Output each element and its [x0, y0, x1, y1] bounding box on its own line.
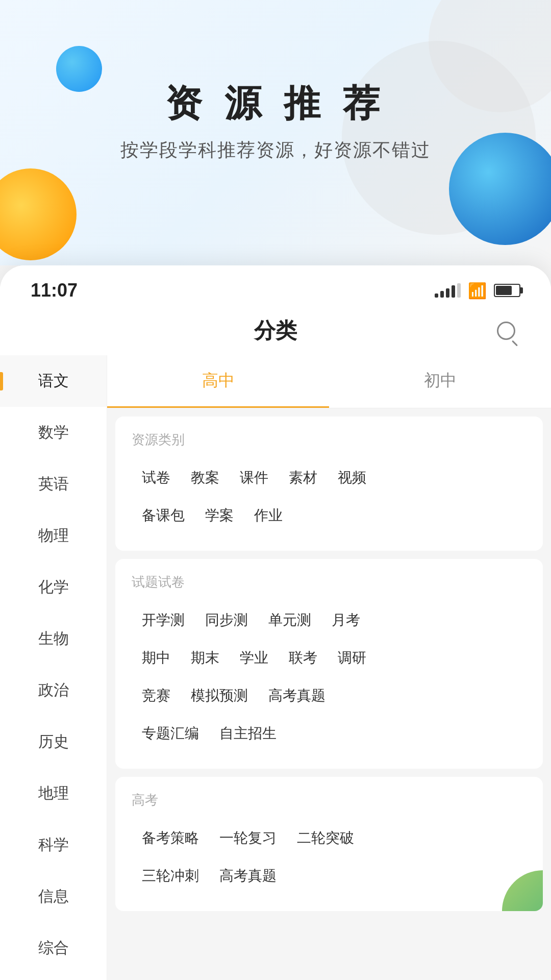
tab-gaodong[interactable]: 高中 [107, 355, 329, 408]
card-title-gaokao: 高考 [132, 791, 527, 809]
orange-dot [0, 168, 77, 260]
search-icon [497, 322, 515, 340]
tab-chuzhong[interactable]: 初中 [329, 355, 551, 408]
sidebar-item-xinxi[interactable]: 信息 [0, 871, 107, 922]
grade-tabs: 高中 初中 [107, 355, 551, 408]
tag-tongbuce[interactable]: 同步测 [195, 603, 258, 637]
tag-erluntupuo[interactable]: 二轮突破 [287, 821, 364, 855]
tag-gaokaozhenti2[interactable]: 高考真题 [209, 859, 287, 893]
app-header: 分类 [0, 306, 551, 355]
sidebar-item-kexue[interactable]: 科学 [0, 819, 107, 871]
sidebar-item-yingyu[interactable]: 英语 [0, 458, 107, 510]
main-content: 语文 数学 英语 物理 化学 生物 政治 历史 地理 科学 信息 综合 其他 高… [0, 355, 551, 980]
search-button[interactable] [492, 316, 520, 345]
tag-qimo[interactable]: 期末 [181, 641, 230, 675]
tag-row-5: 竞赛 模拟预测 高考真题 [132, 679, 527, 713]
sidebar-item-lishi[interactable]: 历史 [0, 716, 107, 768]
card-gaokao: 高考 备考策略 一轮复习 二轮突破 三轮冲刺 高考真题 [115, 777, 543, 911]
phone-frame: 11:07 📶 分类 语文 数学 [0, 265, 551, 980]
tag-row-8: 三轮冲刺 高考真题 [132, 859, 527, 893]
tag-xuean[interactable]: 学案 [195, 499, 244, 532]
sidebar-item-yuwen[interactable]: 语文 [0, 355, 107, 407]
tag-jingsai[interactable]: 竞赛 [132, 679, 181, 713]
status-bar: 11:07 📶 [0, 265, 551, 306]
tag-gaokaozhenti[interactable]: 高考真题 [258, 679, 336, 713]
promo-title: 资 源 推 荐 [0, 79, 551, 128]
sidebar-item-zhengzhi[interactable]: 政治 [0, 665, 107, 716]
card-title-exam: 试题试卷 [132, 573, 527, 591]
tag-jiaoan[interactable]: 教案 [181, 461, 230, 495]
card-exam-types: 试题试卷 开学测 同步测 单元测 月考 期中 期末 学业 联考 调研 竞赛 模拟… [115, 559, 543, 769]
card-resource-types: 资源类别 试卷 教案 课件 素材 视频 备课包 学案 作业 [115, 416, 543, 551]
tag-diaoyan[interactable]: 调研 [328, 641, 377, 675]
tag-row-1: 试卷 教案 课件 素材 视频 [132, 461, 527, 495]
tag-zhuantihb[interactable]: 专题汇编 [132, 717, 209, 750]
status-time: 11:07 [31, 280, 78, 301]
tag-kejian[interactable]: 课件 [230, 461, 279, 495]
tag-row-2: 备课包 学案 作业 [132, 499, 527, 532]
tag-beikaocelue[interactable]: 备考策略 [132, 821, 209, 855]
status-icons: 📶 [435, 282, 520, 300]
tag-liankao[interactable]: 联考 [279, 641, 328, 675]
right-content: 高中 初中 资源类别 试卷 教案 课件 素材 视频 备课包 学案 作业 [107, 355, 551, 980]
tag-row-7: 备考策略 一轮复习 二轮突破 [132, 821, 527, 855]
sidebar-item-zonghe[interactable]: 综合 [0, 922, 107, 974]
tag-xueye[interactable]: 学业 [230, 641, 279, 675]
sidebar-item-huaxue[interactable]: 化学 [0, 561, 107, 613]
card-title-resource: 资源类别 [132, 431, 527, 449]
tag-sucai[interactable]: 素材 [279, 461, 328, 495]
sidebar-item-qita[interactable]: 其他 [0, 974, 107, 980]
tag-zizhuzhaosheng[interactable]: 自主招生 [209, 717, 287, 750]
tag-danyuance[interactable]: 单元测 [258, 603, 321, 637]
sidebar-item-wuli[interactable]: 物理 [0, 510, 107, 561]
tag-sanlunchongci[interactable]: 三轮冲刺 [132, 859, 209, 893]
header-title: 分类 [254, 316, 297, 345]
tag-yilunfuxi[interactable]: 一轮复习 [209, 821, 287, 855]
tag-row-3: 开学测 同步测 单元测 月考 [132, 603, 527, 637]
promo-section: 资 源 推 荐 按学段学科推荐资源，好资源不错过 [0, 0, 551, 265]
tag-row-4: 期中 期末 学业 联考 调研 [132, 641, 527, 675]
promo-subtitle: 按学段学科推荐资源，好资源不错过 [0, 138, 551, 163]
tag-row-6: 专题汇编 自主招生 [132, 717, 527, 750]
tag-zuoye[interactable]: 作业 [244, 499, 293, 532]
sidebar: 语文 数学 英语 物理 化学 生物 政治 历史 地理 科学 信息 综合 其他 [0, 355, 107, 980]
tag-yuekao[interactable]: 月考 [321, 603, 370, 637]
tag-shipin[interactable]: 视频 [328, 461, 377, 495]
battery-icon [494, 284, 520, 297]
wifi-icon: 📶 [468, 282, 487, 300]
tag-shijuan[interactable]: 试卷 [132, 461, 181, 495]
tag-kaixuece[interactable]: 开学测 [132, 603, 195, 637]
tag-beikebao[interactable]: 备课包 [132, 499, 195, 532]
sidebar-item-shengwu[interactable]: 生物 [0, 613, 107, 665]
tag-qizhong[interactable]: 期中 [132, 641, 181, 675]
sidebar-item-dili[interactable]: 地理 [0, 768, 107, 819]
signal-icon [435, 283, 461, 298]
tag-moniyuce[interactable]: 模拟预测 [181, 679, 258, 713]
sidebar-item-shuxue[interactable]: 数学 [0, 407, 107, 458]
